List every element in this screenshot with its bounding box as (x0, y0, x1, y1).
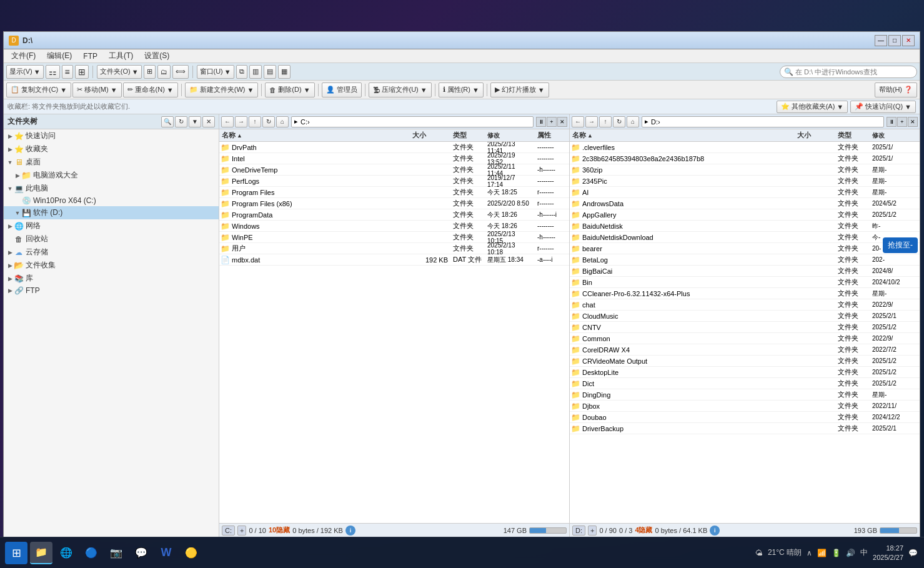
panel-d-row-18[interactable]: 📁 CorelDRAW X4 文件夹 2022/7/2 (570, 344, 920, 356)
panel-d-refresh-btn[interactable]: ↻ (613, 116, 625, 127)
folder-view-btn[interactable]: 🗂 (157, 65, 171, 79)
panel-d-row-4[interactable]: 📁 AI 文件夹 星期- (570, 187, 920, 198)
sidebar-item-library[interactable]: ▶ 📚 库 (4, 272, 219, 285)
panel-d-col-name[interactable]: 名称 ▲ (570, 131, 795, 140)
sidebar-item-cloud[interactable]: ▶ ☁ 云存储 (4, 246, 219, 259)
panel-c-col-type[interactable]: 类型 (450, 131, 485, 140)
panel-c-row-4[interactable]: 📁 Program Files 文件夹 今天 18:25 r------- (219, 187, 569, 198)
panel-d-row-2[interactable]: 📁 360zip 文件夹 星期- (570, 164, 920, 176)
sidebar-item-games[interactable]: ▶ 📁 电脑游戏大全 (4, 169, 219, 182)
panel-c-pause-btn[interactable]: ⏸ (536, 117, 546, 127)
panel-d-row-15[interactable]: 📁 CloudMusic 文件夹 2025/2/1 (570, 311, 920, 322)
folder-new-btn[interactable]: ⊞ (144, 65, 156, 79)
taskbar-icon-app1[interactable]: 🔵 (80, 542, 102, 564)
sidebar-item-recycle[interactable]: 🗑 回收站 (4, 232, 219, 246)
panel-d-info-btn[interactable]: i (710, 526, 720, 536)
panel-d-row-21[interactable]: 📁 Dict 文件夹 2025/1/2 (570, 378, 920, 389)
panel-d-row-24[interactable]: 📁 Doubao 文件夹 2024/12/2 (570, 412, 920, 423)
view-icons-btn[interactable]: ⊞ (75, 65, 89, 79)
panel-d-row-10[interactable]: 📁 BetaLog 文件夹 202- (570, 254, 920, 266)
panel-d-back-btn[interactable]: ← (572, 116, 584, 127)
panel-d-row-23[interactable]: 📁 Djbox 文件夹 2022/11/ (570, 401, 920, 412)
compress-btn[interactable]: 🗜 压缩文件(U) ▼ (369, 82, 432, 97)
sidebar-item-software-d[interactable]: ▼ 💾 软件 (D:) (4, 206, 219, 219)
window-options-btn[interactable]: ▤ (264, 65, 276, 79)
panel-d-path[interactable]: ▸ D: › (642, 116, 884, 127)
panel-c-info-btn[interactable]: i (345, 526, 355, 536)
window-menu-btn[interactable]: 窗口(U) ▼ (197, 65, 234, 79)
panel-d-add-btn[interactable]: + (588, 526, 597, 536)
panel-d-row-1[interactable]: 📁 2c38b624585394803e8a2e2436b187b8 文件夹 2… (570, 153, 920, 164)
folder-menu-btn[interactable]: 文件夹(O) ▼ (97, 65, 142, 79)
panel-c-row-9[interactable]: 📁 用户 文件夹 2025/2/13 10:18 r------- (219, 243, 569, 254)
panel-c-col-size[interactable]: 大小 (410, 131, 450, 140)
panel-c-close-btn[interactable]: ✕ (557, 117, 567, 127)
rename-btn[interactable]: ✏ 重命名(N) ▼ (123, 82, 178, 97)
panel-d-row-3[interactable]: 📁 2345Pic 文件夹 星期- (570, 176, 920, 187)
minimize-button[interactable]: — (875, 35, 887, 46)
panel-c-row-3[interactable]: 📁 PerfLogs 文件夹 2019/12/7 17:14 -------- (219, 176, 569, 187)
panel-d-col-date[interactable]: 修改 (870, 131, 920, 140)
tray-volume-icon[interactable]: 🔊 (845, 547, 857, 559)
view-list-btn[interactable]: ⚏ (46, 65, 60, 79)
panel-d-row-8[interactable]: 📁 BaiduNetdiskDownload 文件夹 今- (570, 232, 920, 243)
tray-notification-icon[interactable]: 💬 (907, 547, 919, 559)
taskbar-icon-app2[interactable]: 🟡 (180, 542, 202, 564)
taskbar-icon-browser[interactable]: 🌐 (55, 542, 77, 564)
sidebar-item-quick-access[interactable]: ▶ ⭐ 快速访问 (4, 129, 219, 142)
panel-c-col-date[interactable]: 修改 (485, 131, 535, 140)
quick-access-btn[interactable]: 📌 快速访问(Q) ▼ (850, 101, 916, 113)
panel-d-row-17[interactable]: 📁 Common 文件夹 2022/9/ (570, 333, 920, 344)
panel-d-row-6[interactable]: 📁 AppGallery 文件夹 2025/1/2 (570, 209, 920, 221)
sidebar-refresh-btn[interactable]: ↻ (175, 116, 187, 127)
panel-c-drive-label[interactable]: C: (222, 526, 235, 536)
search-input[interactable] (795, 68, 908, 76)
panel-c-col-name[interactable]: 名称 ▲ (219, 131, 410, 140)
panel-d-row-14[interactable]: 📁 chat 文件夹 2022/9/ (570, 299, 920, 311)
tray-up-arrow[interactable]: ∧ (805, 547, 813, 559)
start-button[interactable]: ⊞ (5, 542, 27, 564)
panel-d-row-9[interactable]: 📁 bearer 文件夹 20- (570, 243, 920, 254)
panel-c-new-btn[interactable]: + (547, 117, 557, 127)
sidebar-item-network[interactable]: ▶ 🌐 网络 (4, 219, 219, 232)
taskbar-clock[interactable]: 18:27 2025/2/27 (873, 544, 903, 562)
panel-c-col-attr[interactable]: 属性 (535, 131, 569, 140)
panel-d-row-20[interactable]: 📁 DesktopLite 文件夹 2025/1/2 (570, 367, 920, 378)
window-extra-btn[interactable]: ▦ (278, 65, 291, 79)
menu-settings[interactable]: 设置(S) (139, 49, 174, 62)
panel-d-forward-btn[interactable]: → (585, 116, 598, 127)
panel-d-up-btn[interactable]: ↑ (599, 116, 612, 127)
sidebar-item-ftp[interactable]: ▶ 🔗 FTP (4, 285, 219, 296)
sidebar-close-btn[interactable]: ✕ (202, 116, 215, 127)
panel-d-row-11[interactable]: 📁 BigBaiCai 文件夹 2024/8/ (570, 266, 920, 277)
panel-c-add-btn[interactable]: + (237, 526, 246, 536)
panel-d-row-0[interactable]: 📁 .cleverfiles 文件夹 2025/1/ (570, 142, 920, 153)
panel-c-row-5[interactable]: 📁 Program Files (x86) 文件夹 2025/2/20 8:50… (219, 198, 569, 209)
move-btn[interactable]: ✂ 移动(M) ▼ (72, 82, 121, 97)
menu-edit[interactable]: 编辑(E) (42, 49, 77, 62)
manager-btn[interactable]: 👤 管理员 (322, 82, 362, 97)
maximize-button[interactable]: □ (888, 35, 901, 46)
panel-c-forward-btn[interactable]: → (235, 116, 247, 127)
new-folder-btn[interactable]: 📁 新建文件夹(W) ▼ (185, 82, 259, 97)
panel-d-row-5[interactable]: 📁 AndrowsData 文件夹 2024/5/2 (570, 198, 920, 209)
panel-d-drive-label[interactable]: D: (572, 526, 585, 536)
panel-d-row-25[interactable]: 📁 DriverBackup 文件夹 2025/2/1 (570, 423, 920, 434)
panel-c-refresh-btn[interactable]: ↻ (262, 116, 275, 127)
display-view-btn[interactable]: 显示(V) ▼ (6, 65, 44, 79)
slideshow-btn[interactable]: ▶ 幻灯片播放 ▼ (490, 82, 549, 97)
help-btn[interactable]: 帮助(H) ❓ (875, 82, 917, 97)
panel-d-row-12[interactable]: 📁 Bin 文件夹 2024/10/2 (570, 277, 920, 288)
float-badge[interactable]: 抢搜至- (883, 237, 918, 253)
panel-d-col-size[interactable]: 大小 (795, 131, 835, 140)
folder-sync-btn[interactable]: ⟺ (172, 65, 189, 79)
panel-c-path[interactable]: ▸ C: › (291, 116, 534, 127)
tray-input-icon[interactable]: 中 (859, 546, 869, 559)
copy-btn[interactable]: 📋 复制文件(C) ▼ (6, 82, 71, 97)
menu-tools[interactable]: 工具(T) (104, 49, 138, 62)
panel-c-up-btn[interactable]: ↑ (249, 116, 261, 127)
panel-c-back-btn[interactable]: ← (221, 116, 234, 127)
panel-d-row-22[interactable]: 📁 DingDing 文件夹 星期- (570, 389, 920, 401)
panel-d-pause-btn[interactable]: ⏸ (887, 117, 897, 127)
panel-d-row-7[interactable]: 📁 BaiduNetdisk 文件夹 昨- (570, 221, 920, 232)
